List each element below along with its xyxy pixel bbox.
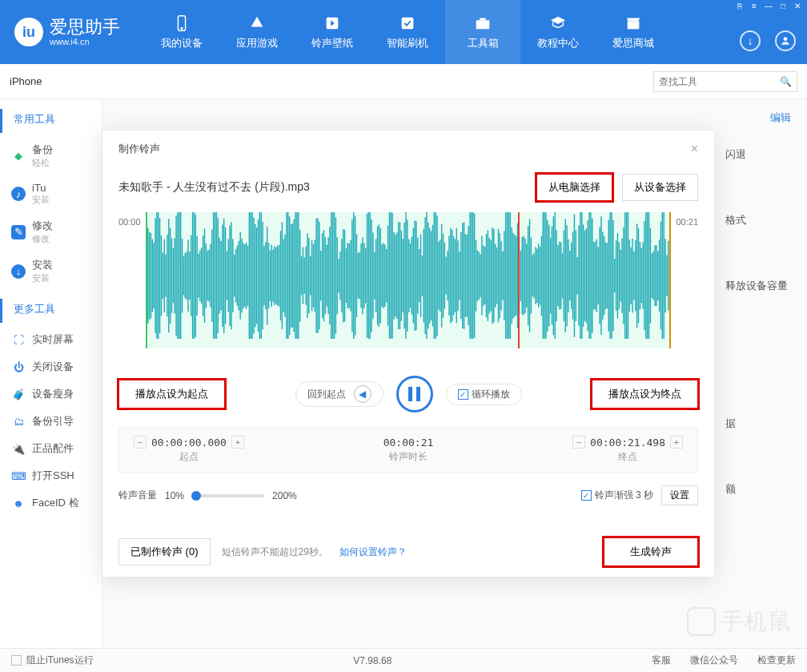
svg-rect-55 xyxy=(219,238,219,314)
svg-rect-116 xyxy=(310,256,311,295)
svg-rect-23 xyxy=(171,239,172,313)
svg-rect-89 xyxy=(270,250,271,301)
svg-rect-224 xyxy=(471,212,472,339)
generate-button[interactable]: 生成铃声 xyxy=(604,537,698,566)
svg-rect-239 xyxy=(493,229,494,322)
search-icon[interactable]: 🔍 xyxy=(780,76,792,87)
back-to-start-button[interactable]: ◀ xyxy=(354,385,371,403)
svg-rect-123 xyxy=(320,251,321,300)
svg-rect-237 xyxy=(490,240,491,312)
nav-flash[interactable]: 智能刷机 xyxy=(370,0,445,64)
set-start-button[interactable]: 播放点设为起点 xyxy=(118,380,225,408)
titlebar-pin-icon[interactable]: ⎘ xyxy=(735,2,745,10)
user-icon[interactable] xyxy=(775,30,796,51)
titlebar-menu-icon[interactable]: ≡ xyxy=(749,2,759,10)
svg-rect-341 xyxy=(645,212,646,339)
footer-link-update[interactable]: 检查更新 xyxy=(757,654,796,667)
sidebar-item-ssh[interactable]: ⌨打开SSH xyxy=(0,462,102,489)
sidebar-item-backup-guide[interactable]: 🗂备份引导 xyxy=(0,408,102,435)
svg-rect-85 xyxy=(263,246,264,305)
start-plus[interactable]: + xyxy=(231,436,244,449)
block-itunes-checkbox[interactable] xyxy=(11,655,22,666)
svg-rect-351 xyxy=(660,222,661,330)
playhead[interactable]: 00:00:15 xyxy=(518,212,520,348)
svg-rect-132 xyxy=(334,212,335,339)
sidebar-item-itunes[interactable]: iTu xyxy=(32,182,50,194)
nav-ringtone[interactable]: 铃声壁纸 xyxy=(295,0,370,64)
end-time-label: 终点 xyxy=(572,450,683,464)
svg-rect-103 xyxy=(291,224,291,328)
loop-checkbox[interactable]: ✓ xyxy=(458,389,468,400)
svg-rect-319 xyxy=(612,220,613,332)
svg-rect-40 xyxy=(196,235,197,315)
svg-rect-267 xyxy=(535,247,536,304)
svg-rect-197 xyxy=(431,231,432,320)
svg-rect-130 xyxy=(331,212,331,339)
svg-rect-79 xyxy=(255,224,255,327)
sidebar-item-faceid[interactable]: ☻FaceID 检 xyxy=(0,489,102,517)
svg-rect-78 xyxy=(253,218,254,334)
app-logo: iu 爱思助手 www.i4.cn xyxy=(0,18,134,46)
download-icon[interactable]: ↓ xyxy=(740,30,761,51)
set-end-button[interactable]: 播放点设为终点 xyxy=(592,380,698,408)
nav-toolbox[interactable]: 工具箱 xyxy=(445,0,520,64)
volume-slider[interactable] xyxy=(192,494,264,497)
svg-rect-337 xyxy=(640,242,640,310)
sidebar-item-edit[interactable]: 修改 xyxy=(32,219,53,233)
svg-rect-262 xyxy=(528,226,528,325)
fade-settings-button[interactable]: 设置 xyxy=(661,485,698,505)
sidebar-item-genuine[interactable]: 🔌正品配件 xyxy=(0,435,102,462)
sidebar-item-slim[interactable]: 🧳设备瘦身 xyxy=(0,380,102,408)
breadcrumb-row: iPhone 🔍 xyxy=(0,64,807,99)
made-ringtones-button[interactable]: 已制作铃声 (0) xyxy=(118,538,211,565)
svg-rect-75 xyxy=(249,212,250,339)
how-to-link[interactable]: 如何设置铃声？ xyxy=(339,545,407,559)
from-device-button[interactable]: 从设备选择 xyxy=(622,174,698,201)
svg-rect-279 xyxy=(553,216,554,335)
tutorial-icon xyxy=(548,14,568,33)
edit-link[interactable]: 编辑 xyxy=(770,111,791,125)
nav-tutorial[interactable]: 教程中心 xyxy=(520,0,596,64)
loop-label: 循环播放 xyxy=(472,388,510,401)
titlebar-max-icon[interactable]: □ xyxy=(778,2,788,10)
fade-checkbox[interactable]: ✓ xyxy=(581,490,592,501)
waveform-area[interactable]: 00:00 00:21 00:00:15 xyxy=(118,212,698,348)
nav-my-device[interactable]: 我的设备 xyxy=(144,0,219,64)
sidebar-item-install[interactable]: 安装 xyxy=(32,258,53,272)
svg-rect-8 xyxy=(149,231,150,320)
titlebar-min-icon[interactable]: — xyxy=(764,2,773,10)
svg-rect-297 xyxy=(580,212,580,339)
sidebar-item-shutdown[interactable]: ⏻关闭设备 xyxy=(0,353,102,380)
svg-rect-261 xyxy=(526,243,527,308)
start-minus[interactable]: − xyxy=(134,436,147,449)
end-minus[interactable]: − xyxy=(572,436,585,449)
svg-rect-253 xyxy=(514,235,515,316)
svg-rect-298 xyxy=(581,212,582,339)
svg-rect-57 xyxy=(222,224,223,327)
svg-rect-148 xyxy=(358,253,359,299)
sidebar-item-backup[interactable]: 备份 xyxy=(32,143,53,157)
play-pause-button[interactable] xyxy=(396,376,433,412)
titlebar-close-icon[interactable]: ✕ xyxy=(793,2,802,10)
hint-text: 格式 xyxy=(725,213,788,227)
from-pc-button[interactable]: 从电脑选择 xyxy=(536,174,612,201)
svg-rect-330 xyxy=(629,239,630,312)
svg-rect-64 xyxy=(232,239,233,312)
end-plus[interactable]: + xyxy=(670,436,683,449)
svg-rect-48 xyxy=(208,250,209,302)
nav-store[interactable]: 爱思商城 xyxy=(596,0,671,64)
svg-rect-207 xyxy=(446,257,447,295)
close-icon[interactable]: × xyxy=(691,142,698,156)
nav-apps[interactable]: 应用游戏 xyxy=(219,0,295,64)
svg-rect-33 xyxy=(186,251,187,300)
svg-rect-144 xyxy=(351,219,352,332)
nav-label: 爱思商城 xyxy=(612,36,654,50)
sidebar-item-sub: 安装 xyxy=(32,272,53,284)
footer-link-wechat[interactable]: 微信公众号 xyxy=(690,654,738,667)
search-input[interactable]: 🔍 xyxy=(653,71,797,92)
svg-rect-29 xyxy=(180,212,181,339)
sidebar-item-screen[interactable]: ⛶实时屏幕 xyxy=(0,326,102,353)
search-field[interactable] xyxy=(659,76,780,87)
svg-rect-221 xyxy=(467,235,468,317)
footer-link-service[interactable]: 客服 xyxy=(652,654,671,667)
